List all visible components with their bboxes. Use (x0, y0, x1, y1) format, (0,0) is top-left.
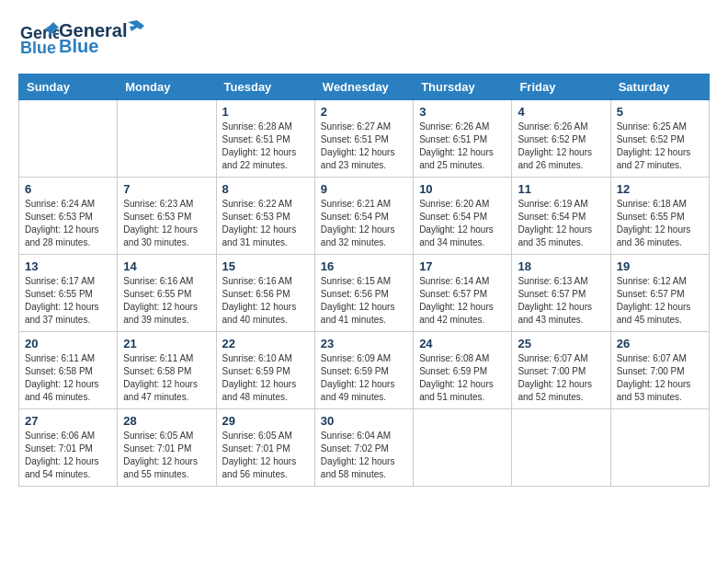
day-info: Sunrise: 6:23 AM Sunset: 6:53 PM Dayligh… (123, 198, 210, 249)
day-info: Sunrise: 6:14 AM Sunset: 6:57 PM Dayligh… (419, 275, 506, 327)
logo-icon: General Blue (18, 18, 59, 59)
day-number: 27 (25, 414, 111, 428)
day-info: Sunrise: 6:10 AM Sunset: 6:59 PM Dayligh… (222, 352, 309, 404)
day-number: 12 (617, 182, 703, 196)
day-number: 15 (222, 259, 309, 273)
day-number: 14 (123, 259, 210, 273)
day-number: 6 (25, 182, 111, 196)
logo-bird-icon (128, 20, 146, 37)
calendar-cell: 27Sunrise: 6:06 AM Sunset: 7:01 PM Dayli… (19, 409, 118, 487)
calendar-cell: 28Sunrise: 6:05 AM Sunset: 7:01 PM Dayli… (118, 409, 216, 487)
page-header: General Blue General Blue (18, 18, 710, 59)
day-info: Sunrise: 6:06 AM Sunset: 7:01 PM Dayligh… (25, 430, 111, 481)
calendar-header: SundayMondayTuesdayWednesdayThursdayFrid… (19, 75, 710, 100)
weekday-header-thursday: Thursday (414, 75, 512, 100)
day-number: 26 (617, 337, 703, 350)
calendar-week-0: 1Sunrise: 6:28 AM Sunset: 6:51 PM Daylig… (19, 100, 710, 178)
day-number: 9 (321, 182, 407, 196)
calendar-cell: 26Sunrise: 6:07 AM Sunset: 7:00 PM Dayli… (610, 332, 709, 409)
day-number: 25 (518, 337, 604, 350)
day-number: 21 (123, 337, 210, 350)
calendar-cell: 20Sunrise: 6:11 AM Sunset: 6:58 PM Dayli… (19, 332, 118, 409)
calendar-cell: 1Sunrise: 6:28 AM Sunset: 6:51 PM Daylig… (216, 100, 314, 178)
svg-text:Blue: Blue (20, 39, 56, 57)
calendar-cell: 12Sunrise: 6:18 AM Sunset: 6:55 PM Dayli… (610, 178, 709, 255)
day-info: Sunrise: 6:09 AM Sunset: 6:59 PM Dayligh… (321, 352, 407, 404)
day-number: 18 (518, 259, 604, 273)
day-number: 29 (222, 414, 309, 428)
calendar-body: 1Sunrise: 6:28 AM Sunset: 6:51 PM Daylig… (19, 100, 710, 487)
calendar-cell: 30Sunrise: 6:04 AM Sunset: 7:02 PM Dayli… (314, 409, 413, 487)
calendar-cell: 13Sunrise: 6:17 AM Sunset: 6:55 PM Dayli… (19, 255, 118, 332)
calendar-week-3: 20Sunrise: 6:11 AM Sunset: 6:58 PM Dayli… (19, 332, 710, 409)
calendar-table: SundayMondayTuesdayWednesdayThursdayFrid… (18, 74, 710, 487)
day-info: Sunrise: 6:18 AM Sunset: 6:55 PM Dayligh… (617, 198, 703, 249)
day-info: Sunrise: 6:22 AM Sunset: 6:53 PM Dayligh… (222, 198, 309, 249)
day-number: 5 (617, 105, 703, 119)
day-info: Sunrise: 6:25 AM Sunset: 6:52 PM Dayligh… (617, 121, 703, 172)
calendar-cell: 11Sunrise: 6:19 AM Sunset: 6:54 PM Dayli… (512, 178, 610, 255)
calendar-week-4: 27Sunrise: 6:06 AM Sunset: 7:01 PM Dayli… (19, 409, 710, 487)
day-info: Sunrise: 6:11 AM Sunset: 6:58 PM Dayligh… (123, 352, 210, 404)
day-info: Sunrise: 6:12 AM Sunset: 6:57 PM Dayligh… (617, 275, 703, 327)
day-info: Sunrise: 6:21 AM Sunset: 6:54 PM Dayligh… (321, 198, 407, 249)
calendar-cell: 9Sunrise: 6:21 AM Sunset: 6:54 PM Daylig… (314, 178, 413, 255)
calendar-cell: 15Sunrise: 6:16 AM Sunset: 6:56 PM Dayli… (216, 255, 314, 332)
calendar-cell: 29Sunrise: 6:05 AM Sunset: 7:01 PM Dayli… (216, 409, 314, 487)
day-info: Sunrise: 6:07 AM Sunset: 7:00 PM Dayligh… (518, 352, 604, 404)
day-number: 1 (222, 105, 309, 119)
day-number: 24 (419, 337, 506, 350)
calendar-cell: 19Sunrise: 6:12 AM Sunset: 6:57 PM Dayli… (610, 255, 709, 332)
weekday-header-row: SundayMondayTuesdayWednesdayThursdayFrid… (19, 75, 710, 100)
day-number: 23 (321, 337, 407, 350)
day-number: 13 (25, 259, 111, 273)
calendar-cell: 17Sunrise: 6:14 AM Sunset: 6:57 PM Dayli… (414, 255, 512, 332)
calendar-cell: 23Sunrise: 6:09 AM Sunset: 6:59 PM Dayli… (314, 332, 413, 409)
day-number: 16 (321, 259, 407, 273)
day-number: 3 (419, 105, 506, 119)
day-info: Sunrise: 6:26 AM Sunset: 6:52 PM Dayligh… (518, 121, 604, 172)
day-number: 7 (123, 182, 210, 196)
weekday-header-friday: Friday (512, 75, 610, 100)
day-info: Sunrise: 6:08 AM Sunset: 6:59 PM Dayligh… (419, 352, 506, 404)
calendar-cell (19, 100, 118, 178)
day-info: Sunrise: 6:27 AM Sunset: 6:51 PM Dayligh… (321, 121, 407, 172)
weekday-header-wednesday: Wednesday (314, 75, 413, 100)
day-number: 10 (419, 182, 506, 196)
day-info: Sunrise: 6:17 AM Sunset: 6:55 PM Dayligh… (25, 275, 111, 327)
calendar-cell: 5Sunrise: 6:25 AM Sunset: 6:52 PM Daylig… (610, 100, 709, 178)
day-number: 20 (25, 337, 111, 350)
calendar-cell: 8Sunrise: 6:22 AM Sunset: 6:53 PM Daylig… (216, 178, 314, 255)
calendar-cell: 25Sunrise: 6:07 AM Sunset: 7:00 PM Dayli… (512, 332, 610, 409)
day-info: Sunrise: 6:24 AM Sunset: 6:53 PM Dayligh… (25, 198, 111, 249)
calendar-cell: 22Sunrise: 6:10 AM Sunset: 6:59 PM Dayli… (216, 332, 314, 409)
day-info: Sunrise: 6:19 AM Sunset: 6:54 PM Dayligh… (518, 198, 604, 249)
day-number: 17 (419, 259, 506, 273)
day-number: 28 (123, 414, 210, 428)
calendar-cell: 3Sunrise: 6:26 AM Sunset: 6:51 PM Daylig… (414, 100, 512, 178)
calendar-cell: 10Sunrise: 6:20 AM Sunset: 6:54 PM Dayli… (414, 178, 512, 255)
calendar-week-1: 6Sunrise: 6:24 AM Sunset: 6:53 PM Daylig… (19, 178, 710, 255)
day-info: Sunrise: 6:04 AM Sunset: 7:02 PM Dayligh… (321, 430, 407, 481)
calendar-cell (118, 100, 216, 178)
day-number: 11 (518, 182, 604, 196)
weekday-header-saturday: Saturday (610, 75, 709, 100)
day-info: Sunrise: 6:20 AM Sunset: 6:54 PM Dayligh… (419, 198, 506, 249)
logo: General Blue General Blue (18, 18, 146, 59)
logo-text-blue: Blue (59, 36, 146, 57)
calendar-cell: 18Sunrise: 6:13 AM Sunset: 6:57 PM Dayli… (512, 255, 610, 332)
day-info: Sunrise: 6:05 AM Sunset: 7:01 PM Dayligh… (123, 430, 210, 481)
day-info: Sunrise: 6:15 AM Sunset: 6:56 PM Dayligh… (321, 275, 407, 327)
day-number: 30 (321, 414, 407, 428)
day-number: 4 (518, 105, 604, 119)
day-info: Sunrise: 6:05 AM Sunset: 7:01 PM Dayligh… (222, 430, 309, 481)
day-number: 2 (321, 105, 407, 119)
svg-marker-3 (128, 20, 144, 31)
weekday-header-monday: Monday (118, 75, 216, 100)
calendar-cell: 24Sunrise: 6:08 AM Sunset: 6:59 PM Dayli… (414, 332, 512, 409)
day-info: Sunrise: 6:11 AM Sunset: 6:58 PM Dayligh… (25, 352, 111, 404)
calendar-week-2: 13Sunrise: 6:17 AM Sunset: 6:55 PM Dayli… (19, 255, 710, 332)
day-number: 19 (617, 259, 703, 273)
weekday-header-tuesday: Tuesday (216, 75, 314, 100)
calendar-cell (610, 409, 709, 487)
